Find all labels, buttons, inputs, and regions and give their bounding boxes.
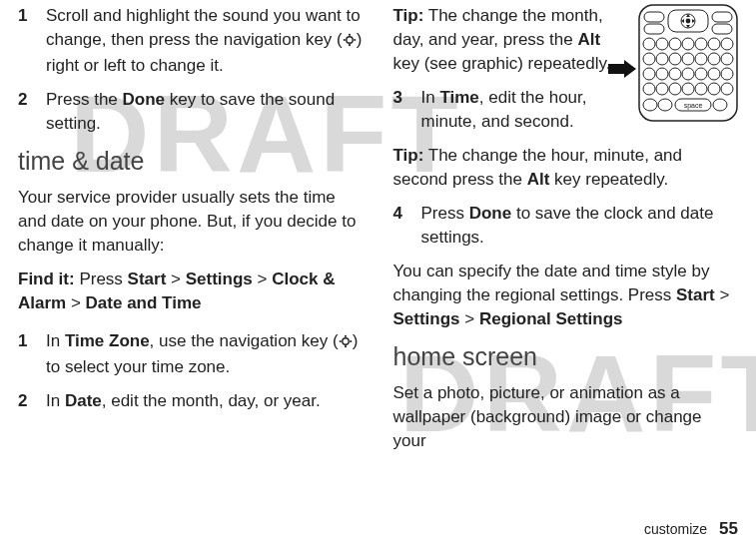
- svg-point-25: [643, 53, 655, 65]
- time-date-intro: Your service provider usually sets the t…: [18, 186, 364, 258]
- text: In: [46, 331, 65, 350]
- svg-point-46: [643, 99, 657, 111]
- path-regional-settings: Regional Settings: [479, 309, 623, 328]
- svg-point-1: [349, 34, 351, 36]
- svg-point-27: [669, 53, 681, 65]
- gt: >: [253, 270, 268, 288]
- step-number: 1: [18, 4, 32, 78]
- svg-point-4: [354, 39, 356, 41]
- find-it-path: Find it: Press Start > Settings > Clock …: [18, 268, 364, 315]
- step-number: 2: [18, 389, 32, 413]
- step-number: 1: [18, 329, 32, 379]
- nav-key-icon: [339, 331, 353, 355]
- gt: >: [66, 293, 81, 312]
- svg-point-47: [658, 99, 672, 111]
- svg-rect-14: [644, 12, 664, 22]
- done-key-label: Done: [469, 204, 512, 223]
- svg-point-31: [721, 53, 733, 65]
- svg-point-5: [342, 338, 348, 344]
- text: In: [46, 391, 65, 410]
- gt: >: [166, 270, 181, 288]
- path-start: Start: [128, 270, 167, 288]
- svg-point-34: [669, 68, 681, 80]
- svg-point-3: [343, 39, 345, 41]
- svg-point-40: [656, 83, 668, 95]
- svg-point-28: [682, 53, 694, 65]
- svg-point-41: [669, 83, 681, 95]
- text: The change the month, day, and year, pre…: [393, 6, 603, 49]
- space-key-label: space: [684, 102, 703, 110]
- text: Press: [75, 270, 128, 288]
- date-label: Date: [65, 391, 102, 410]
- page-footer: customize55: [644, 519, 738, 539]
- svg-point-7: [345, 345, 347, 347]
- svg-point-26: [656, 53, 668, 65]
- svg-point-38: [721, 68, 733, 80]
- path-settings: Settings: [186, 270, 253, 288]
- path-start: Start: [676, 285, 715, 304]
- svg-point-24: [721, 38, 733, 50]
- timezone-label: Time Zone: [65, 331, 150, 350]
- svg-point-33: [656, 68, 668, 80]
- svg-point-32: [643, 68, 655, 80]
- svg-point-36: [695, 68, 707, 80]
- arrow-icon: [608, 60, 636, 82]
- text: key (see graphic) repeatedly.: [393, 54, 611, 73]
- svg-point-29: [695, 53, 707, 65]
- step-number: 3: [393, 86, 407, 134]
- left-column: 1 Scroll and highlight the sound you wan…: [18, 4, 364, 463]
- svg-point-8: [339, 340, 341, 342]
- step-3-time: 3 In Time, edit the hour, minute, and se…: [393, 86, 619, 134]
- heading-home-screen: home screen: [393, 341, 739, 371]
- svg-point-45: [721, 83, 733, 95]
- page-number: 55: [719, 519, 738, 538]
- svg-rect-16: [644, 24, 664, 34]
- alt-key-label: Alt: [527, 170, 550, 189]
- path-date-time: Date and Time: [86, 293, 202, 312]
- step-4-done: 4 Press Done to save the clock and date …: [393, 202, 739, 250]
- svg-point-0: [347, 37, 353, 43]
- tip-month-day-year: Tip: The change the month, day, and year…: [393, 4, 619, 76]
- nav-key-icon: [343, 30, 357, 54]
- step-2-done: 2 Press the Done key to save the sound s…: [18, 88, 364, 136]
- path-settings: Settings: [393, 309, 460, 328]
- text: Press: [421, 204, 469, 223]
- svg-point-6: [345, 335, 347, 337]
- keypad-graphic: space: [638, 4, 738, 126]
- svg-point-21: [682, 38, 694, 50]
- svg-point-42: [682, 83, 694, 95]
- tip-label: Tip:: [393, 6, 424, 25]
- step-1-timezone: 1 In Time Zone, use the navigation key (…: [18, 329, 364, 379]
- svg-point-22: [695, 38, 707, 50]
- text: , edit the month, day, or year.: [102, 391, 321, 410]
- tip-label: Tip:: [393, 146, 424, 165]
- svg-point-35: [682, 68, 694, 80]
- step-body: Press the Done key to save the sound set…: [46, 88, 364, 136]
- text: You can specify the date and time style …: [393, 262, 710, 304]
- step-1-sound: 1 Scroll and highlight the sound you wan…: [18, 4, 364, 78]
- text: Scroll and highlight the sound you want …: [46, 6, 361, 49]
- svg-rect-15: [712, 12, 732, 22]
- svg-point-9: [350, 340, 352, 342]
- home-screen-intro: Set a photo, picture, or animation as a …: [393, 381, 739, 453]
- gt: >: [460, 309, 475, 328]
- svg-point-20: [669, 38, 681, 50]
- svg-point-49: [713, 99, 727, 111]
- text: key repeatedly.: [549, 170, 668, 189]
- step-body: Scroll and highlight the sound you want …: [46, 4, 364, 78]
- svg-point-44: [708, 83, 720, 95]
- step-body: In Time Zone, use the navigation key () …: [46, 329, 364, 379]
- svg-point-30: [708, 53, 720, 65]
- done-key-label: Done: [123, 90, 166, 109]
- heading-time-date: time & date: [18, 146, 364, 176]
- tip-hour-minute-second: Tip: The change the hour, minute, and se…: [393, 144, 739, 192]
- svg-point-13: [686, 19, 691, 24]
- alt-key-label: Alt: [577, 30, 600, 49]
- svg-point-18: [643, 38, 655, 50]
- svg-point-39: [643, 83, 655, 95]
- step-number: 2: [18, 88, 32, 136]
- step-body: In Time, edit the hour, minute, and seco…: [421, 86, 619, 134]
- step-number: 4: [393, 202, 407, 250]
- step-2-date: 2 In Date, edit the month, day, or year.: [18, 389, 364, 413]
- time-label: Time: [439, 88, 478, 107]
